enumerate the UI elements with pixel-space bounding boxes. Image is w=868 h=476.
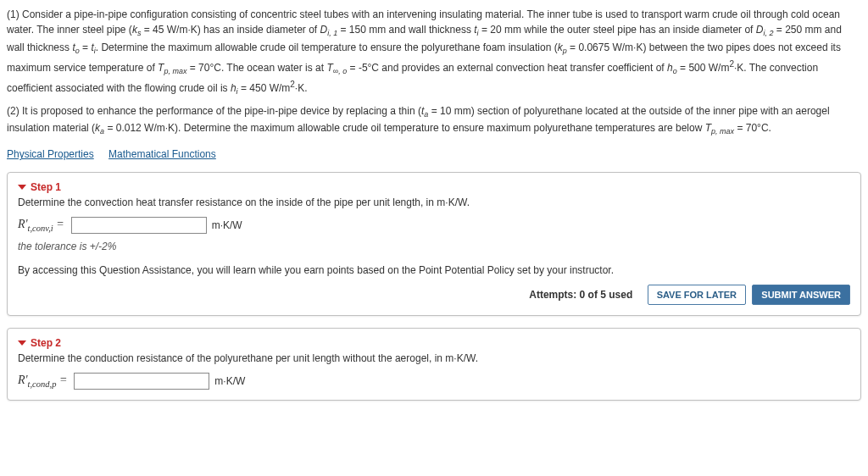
step-1-unit: m·K/W <box>212 219 242 231</box>
submit-answer-button[interactable]: SUBMIT ANSWER <box>752 285 850 305</box>
step-1-input[interactable] <box>71 217 207 234</box>
problem-part-2: (2) It is proposed to enhance the perfor… <box>7 103 861 139</box>
step-1-header[interactable]: Step 1 <box>18 181 850 193</box>
step-2-header[interactable]: Step 2 <box>18 337 850 349</box>
chevron-down-icon <box>18 340 26 346</box>
step-1-box: Step 1 Determine the convection heat tra… <box>7 172 861 316</box>
reference-links: Physical Properties Mathematical Functio… <box>7 148 861 160</box>
step-2-label: Step 2 <box>31 337 61 349</box>
link-physical-properties[interactable]: Physical Properties <box>7 148 94 160</box>
step-1-instruction: Determine the convection heat transfer r… <box>18 196 850 208</box>
chevron-down-icon <box>18 185 26 190</box>
step-2-box: Step 2 Determine the conduction resistan… <box>7 328 861 401</box>
step-1-label: Step 1 <box>31 181 61 193</box>
link-math-functions[interactable]: Mathematical Functions <box>108 148 216 160</box>
step-2-unit: m·K/W <box>214 375 245 387</box>
step-1-answer-row: R't,conv,i = m·K/W <box>18 217 850 234</box>
step-2-input[interactable] <box>74 373 209 390</box>
step-2-variable: R't,cond,p = <box>18 374 67 389</box>
step-1-attempts: Attempts: 0 of 5 used <box>529 289 632 301</box>
step-1-tolerance: the tolerance is +/-2% <box>18 241 850 252</box>
step-2-instruction: Determine the conduction resistance of t… <box>18 352 850 364</box>
step-1-variable: R't,conv,i = <box>18 218 64 233</box>
problem-statement: (1) Consider a pipe-in-pipe configuratio… <box>7 7 861 138</box>
save-for-later-button[interactable]: SAVE FOR LATER <box>648 285 746 305</box>
problem-part-1: (1) Consider a pipe-in-pipe configuratio… <box>7 7 861 98</box>
step-1-disclaimer: By accessing this Question Assistance, y… <box>18 264 850 276</box>
step-1-actions: Attempts: 0 of 5 used SAVE FOR LATER SUB… <box>18 285 850 305</box>
step-2-answer-row: R't,cond,p = m·K/W <box>18 373 850 390</box>
